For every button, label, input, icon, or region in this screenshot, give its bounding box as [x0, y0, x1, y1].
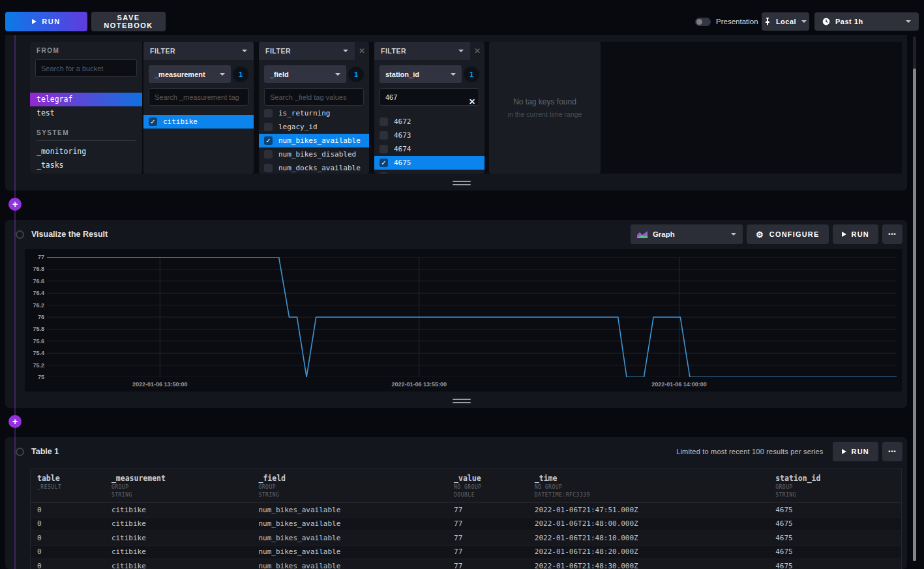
checkbox[interactable]: ✓: [264, 136, 273, 145]
y-tick-label: 75.8: [25, 326, 44, 332]
scrollbar-track[interactable]: [913, 37, 916, 69]
table-cell: num_bikes_available: [252, 534, 447, 542]
graph-type-dropdown[interactable]: Graph: [631, 224, 743, 244]
close-icon[interactable]: ✕: [470, 42, 484, 60]
bucket-item-_tasks[interactable]: _tasks: [30, 159, 142, 172]
filter-type-dropdown[interactable]: FILTER: [374, 42, 470, 60]
clear-search-icon[interactable]: ✕: [469, 97, 475, 106]
checkbox[interactable]: [264, 164, 273, 172]
add-cell-button[interactable]: +: [8, 198, 22, 211]
y-tick-label: 76.4: [25, 290, 44, 296]
toggle-knob-icon: [696, 19, 702, 25]
checkbox[interactable]: [264, 109, 273, 117]
scrollbar-thumb[interactable]: [913, 69, 916, 561]
y-tick-label: 76.8: [25, 266, 44, 272]
table-cell: 0: [31, 519, 105, 528]
tag-value-search-input[interactable]: [149, 88, 248, 106]
configure-button[interactable]: ⚙ CONFIGURE: [747, 224, 829, 244]
y-tick-label: 77: [25, 254, 44, 260]
tag-key-select[interactable]: _measurement: [149, 65, 231, 83]
play-icon: [842, 232, 846, 237]
filter-type-dropdown[interactable]: FILTER: [143, 42, 254, 60]
filter-item-4675[interactable]: ✓4675: [374, 156, 484, 170]
bucket-list: telegraftestSYSTEM_monitoring_tasks: [30, 89, 142, 172]
configure-label: CONFIGURE: [769, 230, 820, 238]
filter-item-num_bikes_available[interactable]: ✓num_bikes_available: [259, 134, 369, 147]
filter-item-is_returning[interactable]: is_returning: [259, 106, 369, 120]
column-meta: NO GROUP: [535, 484, 769, 491]
tag-key-select[interactable]: _field: [264, 65, 346, 83]
checkbox[interactable]: [380, 172, 388, 174]
results-table-body: 0citibikenum_bikes_available772022-01-06…: [31, 503, 901, 569]
column-meta: DATETIME:RFC3339: [535, 492, 769, 499]
filter-type-dropdown[interactable]: FILTER: [259, 42, 355, 60]
filter-panel-station_id: FILTER✕station_id1✕467246734674✓4675: [374, 42, 484, 174]
tag-key-label: _measurement: [155, 70, 205, 78]
save-notebook-button[interactable]: SAVE NOTEBOOK: [91, 12, 166, 31]
checkbox[interactable]: [264, 150, 273, 159]
checkbox[interactable]: [380, 117, 388, 126]
checkbox[interactable]: [380, 145, 388, 153]
time-range-label: Past 1h: [835, 18, 863, 25]
filter-item-num_bikes_disabled[interactable]: num_bikes_disabled: [259, 147, 369, 161]
tag-key-select[interactable]: station_id: [380, 65, 462, 83]
chart-resize-handle[interactable]: [453, 399, 471, 403]
table-cell: citibike: [105, 547, 252, 556]
empty-panel-title: No tag keys found: [513, 97, 576, 106]
checkbox[interactable]: ✓: [380, 159, 388, 167]
run-notebook-button[interactable]: RUN: [5, 12, 87, 31]
table-row: 0citibikenum_bikes_available772022-01-06…: [31, 531, 901, 546]
more-options-button[interactable]: •••: [882, 224, 902, 244]
filter-title: FILTER: [150, 47, 175, 55]
table-cell: 4675: [769, 534, 901, 542]
tag-value-search-input[interactable]: [264, 88, 364, 106]
column-meta: NO GROUP: [454, 484, 528, 491]
bucket-item-test[interactable]: test: [30, 106, 142, 120]
filter-item-num_docks_available[interactable]: num_docks_available: [259, 161, 369, 174]
column-meta: GROUP: [258, 484, 447, 491]
y-tick-label: 76.6: [25, 278, 44, 284]
filter-title: FILTER: [265, 47, 291, 55]
filter-item-legacy_id[interactable]: legacy_id: [259, 120, 369, 134]
filter-item-4672[interactable]: 4672: [374, 115, 484, 129]
bucket-item-telegraf[interactable]: telegraf: [30, 93, 142, 106]
run-cell-label: RUN: [852, 230, 869, 238]
filter-item-4673[interactable]: 4673: [374, 129, 484, 142]
table-cell: 77: [447, 519, 528, 528]
tag-key-label: station_id: [385, 70, 419, 78]
close-icon[interactable]: ✕: [355, 42, 369, 60]
more-options-button[interactable]: •••: [882, 442, 902, 461]
filter-item-label: num_docks_available: [278, 164, 361, 172]
timezone-dropdown[interactable]: Local: [762, 12, 809, 31]
query-resize-handle[interactable]: [453, 181, 471, 185]
cell-node-icon: [16, 448, 24, 456]
filter-item[interactable]: [374, 170, 484, 174]
table-row: 0citibikenum_bikes_available772022-01-06…: [31, 517, 901, 532]
filter-item-label: 4673: [394, 131, 411, 140]
x-tick-label: 2022-01-06 13:55:00: [391, 381, 447, 388]
bucket-search-input[interactable]: [35, 59, 137, 77]
limit-note: Limited to most recent 100 results per s…: [676, 448, 823, 455]
tag-value-search-input[interactable]: [380, 88, 479, 106]
from-bucket-panel: FROM telegraftestSYSTEM_monitoring_tasks: [30, 42, 142, 174]
run-cell-button[interactable]: RUN: [833, 224, 878, 244]
checkbox[interactable]: [380, 131, 388, 140]
y-tick-label: 76.2: [25, 302, 44, 309]
table-cell: citibike: [105, 534, 252, 542]
chart-plot-area: [47, 257, 897, 377]
checkbox[interactable]: [264, 123, 273, 131]
add-cell-button[interactable]: +: [8, 415, 22, 428]
chevron-down-icon: [801, 20, 807, 23]
checkbox[interactable]: ✓: [149, 117, 157, 126]
filter-item-4674[interactable]: 4674: [374, 142, 484, 156]
table-section: Table 1 Limited to most recent 100 resul…: [5, 437, 907, 569]
filter-item-citibike[interactable]: ✓citibike: [143, 115, 254, 129]
presentation-toggle[interactable]: [695, 18, 711, 26]
time-range-dropdown[interactable]: Past 1h: [814, 12, 919, 31]
run-table-button[interactable]: RUN: [833, 442, 878, 461]
table-cell: 2022-01-06T21:48:10.000Z: [528, 534, 769, 542]
y-tick-label: 75.4: [25, 350, 44, 356]
filter-item-label: legacy_id: [278, 123, 318, 131]
table-cell: num_bikes_available: [252, 562, 447, 569]
bucket-item-_monitoring[interactable]: _monitoring: [30, 145, 142, 159]
